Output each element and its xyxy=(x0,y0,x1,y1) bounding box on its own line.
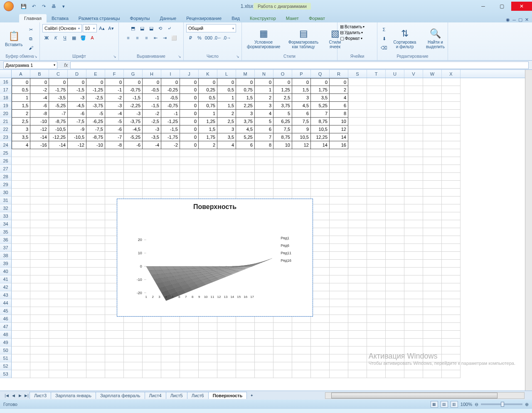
col-header-F[interactable]: F xyxy=(105,70,124,78)
cell-U36[interactable] xyxy=(386,236,404,244)
cell-E24[interactable]: -10 xyxy=(86,141,105,149)
cell-J25[interactable] xyxy=(180,149,199,157)
cell-W36[interactable] xyxy=(423,236,442,244)
cell-N52[interactable] xyxy=(255,362,273,370)
cell-A39[interactable] xyxy=(12,260,30,268)
copy-button[interactable]: ⧉ xyxy=(27,34,35,43)
cell-D17[interactable]: -1,5 xyxy=(68,86,86,94)
name-box[interactable]: Диаграмма 1▾ xyxy=(3,61,57,69)
format-cells[interactable]: ▢ Формат ▾ xyxy=(340,36,374,41)
tab-Конструктор[interactable]: Конструктор xyxy=(245,14,281,22)
cell-R23[interactable]: 14 xyxy=(330,133,348,141)
cell-T39[interactable] xyxy=(367,260,386,268)
cell-S51[interactable] xyxy=(348,354,367,362)
cell-R26[interactable] xyxy=(330,157,348,165)
cell-A53[interactable] xyxy=(12,370,30,378)
cell-S24[interactable] xyxy=(348,141,367,149)
cell-U34[interactable] xyxy=(386,220,404,228)
cell-X50[interactable] xyxy=(442,347,461,354)
cell-T41[interactable] xyxy=(367,275,386,283)
row-header-19[interactable]: 19 xyxy=(0,102,12,110)
cell-Q33[interactable] xyxy=(311,212,330,220)
cell-M48[interactable] xyxy=(236,331,255,339)
cell-X31[interactable] xyxy=(442,197,461,204)
cell-X44[interactable] xyxy=(442,299,461,307)
cell-T30[interactable] xyxy=(367,189,386,197)
cut-button[interactable]: ✂ xyxy=(27,25,35,34)
cell-H25[interactable] xyxy=(143,149,161,157)
cell-J26[interactable] xyxy=(180,157,199,165)
cell-M30[interactable] xyxy=(236,189,255,197)
cell-U24[interactable] xyxy=(386,141,404,149)
cell-B25[interactable] xyxy=(30,149,49,157)
cell-X17[interactable] xyxy=(442,86,461,94)
cell-D43[interactable] xyxy=(68,291,86,299)
cell-U26[interactable] xyxy=(386,157,404,165)
cell-S53[interactable] xyxy=(348,370,367,378)
cell-H20[interactable]: -2 xyxy=(143,110,161,118)
cell-F19[interactable]: -3 xyxy=(105,102,124,110)
cell-W48[interactable] xyxy=(423,331,442,339)
cell-O27[interactable] xyxy=(273,165,292,173)
cell-E52[interactable] xyxy=(86,362,105,370)
col-header-A[interactable]: A xyxy=(12,70,30,78)
col-header-K[interactable]: K xyxy=(199,70,217,78)
cell-J27[interactable] xyxy=(180,165,199,173)
cell-N21[interactable]: 5 xyxy=(255,118,273,125)
tab-nav-last[interactable]: ▶| xyxy=(23,392,30,399)
cell-B53[interactable] xyxy=(30,370,49,378)
cell-B29[interactable] xyxy=(30,181,49,189)
select-all-corner[interactable] xyxy=(0,70,12,78)
cell-L27[interactable] xyxy=(217,165,236,173)
cell-T48[interactable] xyxy=(367,331,386,339)
cell-W28[interactable] xyxy=(423,173,442,181)
cell-G19[interactable]: -2,25 xyxy=(124,102,143,110)
cell-V26[interactable] xyxy=(404,157,423,165)
cell-U45[interactable] xyxy=(386,307,404,315)
cell-E44[interactable] xyxy=(86,299,105,307)
cell-S42[interactable] xyxy=(348,283,367,291)
font-size-combo[interactable]: 10▾ xyxy=(83,24,97,32)
cell-Q21[interactable]: 8,75 xyxy=(311,118,330,125)
cell-T35[interactable] xyxy=(367,228,386,236)
cell-U16[interactable] xyxy=(386,78,404,86)
qat-more[interactable]: ▾ xyxy=(59,2,68,11)
border-button[interactable]: ▦ xyxy=(70,34,78,42)
fill-color[interactable]: 🪣 xyxy=(79,34,87,42)
mdi-close[interactable]: ✕ xyxy=(525,17,529,22)
cell-O24[interactable]: 10 xyxy=(273,141,292,149)
cell-F50[interactable] xyxy=(105,347,124,354)
cell-M50[interactable] xyxy=(236,347,255,354)
cell-S21[interactable] xyxy=(348,118,367,125)
cell-K30[interactable] xyxy=(199,189,217,197)
cell-W47[interactable] xyxy=(423,323,442,331)
cell-Q20[interactable]: 7 xyxy=(311,110,330,118)
cell-U23[interactable] xyxy=(386,133,404,141)
cell-E45[interactable] xyxy=(86,307,105,315)
cell-E37[interactable] xyxy=(86,244,105,252)
cell-O17[interactable]: 1,25 xyxy=(273,86,292,94)
cell-E36[interactable] xyxy=(86,236,105,244)
cell-V25[interactable] xyxy=(404,149,423,157)
cell-I18[interactable]: -0,5 xyxy=(161,94,180,102)
cell-W42[interactable] xyxy=(423,283,442,291)
cell-K23[interactable]: 1,75 xyxy=(199,133,217,141)
cell-R21[interactable]: 10 xyxy=(330,118,348,125)
cell-D53[interactable] xyxy=(68,370,86,378)
cell-Q51[interactable] xyxy=(311,354,330,362)
cell-W32[interactable] xyxy=(423,204,442,212)
qat-redo[interactable]: ↷ xyxy=(39,2,48,11)
cell-T46[interactable] xyxy=(367,315,386,323)
cell-X38[interactable] xyxy=(442,252,461,260)
cell-A22[interactable]: 3 xyxy=(12,125,30,133)
office-button[interactable] xyxy=(0,0,17,12)
cell-E43[interactable] xyxy=(86,291,105,299)
cell-I20[interactable]: -1 xyxy=(161,110,180,118)
row-header-52[interactable]: 52 xyxy=(0,362,12,370)
cell-F28[interactable] xyxy=(105,173,124,181)
cell-B27[interactable] xyxy=(30,165,49,173)
cell-R32[interactable] xyxy=(330,204,348,212)
cell-K51[interactable] xyxy=(199,354,217,362)
row-header-45[interactable]: 45 xyxy=(0,307,12,315)
cell-T45[interactable] xyxy=(367,307,386,315)
